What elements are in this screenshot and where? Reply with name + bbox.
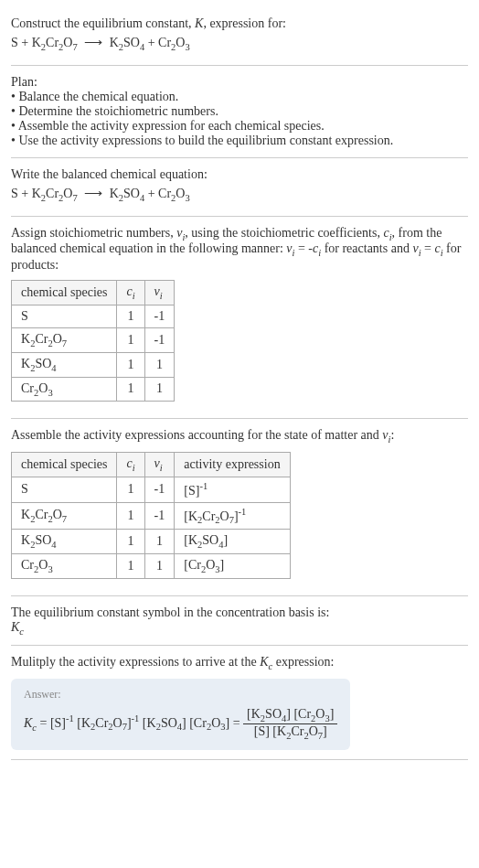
cell-species: K2Cr2O7 bbox=[12, 327, 117, 352]
cell-v: -1 bbox=[144, 502, 175, 529]
cell-v: 1 bbox=[144, 377, 175, 402]
col-c: ci bbox=[117, 453, 144, 477]
cell-species: K2Cr2O7 bbox=[12, 502, 117, 529]
table-header-row: chemical species ci νi bbox=[12, 281, 175, 305]
cell-expr: [K2SO4] bbox=[175, 530, 290, 554]
answer-label: Answer: bbox=[24, 688, 337, 702]
plan-title: Plan: bbox=[11, 75, 468, 90]
cell-v: 1 bbox=[144, 530, 175, 554]
cell-expr: [Cr2O3] bbox=[175, 553, 290, 578]
activity-text: Assemble the activity expressions accoun… bbox=[11, 428, 468, 445]
plan-item: • Use the activity expressions to build … bbox=[11, 134, 468, 148]
col-expr: activity expression bbox=[175, 453, 290, 477]
table-header-row: chemical species ci νi activity expressi… bbox=[12, 453, 291, 477]
fraction-numerator: [K2SO4] [Cr2O3] bbox=[243, 707, 337, 724]
cell-species: S bbox=[12, 305, 117, 327]
table-row: S 1 -1 [S]-1 bbox=[12, 477, 291, 502]
symbol-section: The equilibrium constant symbol in the c… bbox=[11, 596, 468, 647]
col-species: chemical species bbox=[12, 281, 117, 305]
table-row: Cr2O3 1 1 [Cr2O3] bbox=[12, 553, 291, 578]
symbol-text: The equilibrium constant symbol in the c… bbox=[11, 605, 468, 620]
cell-species: K2SO4 bbox=[12, 530, 117, 554]
plan-item: • Assemble the activity expression for e… bbox=[11, 119, 468, 134]
cell-c: 1 bbox=[117, 553, 144, 578]
table-row: K2SO4 1 1 bbox=[12, 352, 175, 377]
activity-table: chemical species ci νi activity expressi… bbox=[11, 452, 291, 579]
col-c: ci bbox=[117, 281, 144, 305]
plan-item: • Determine the stoichiometric numbers. bbox=[11, 104, 468, 119]
plan-section: Plan: • Balance the chemical equation. •… bbox=[11, 66, 468, 158]
cell-c: 1 bbox=[117, 352, 144, 377]
cell-c: 1 bbox=[117, 327, 144, 352]
cell-c: 1 bbox=[117, 530, 144, 554]
symbol-value: Kc bbox=[11, 620, 468, 637]
stoich-text: Assign stoichiometric numbers, νi, using… bbox=[11, 226, 468, 273]
stoich-table: chemical species ci νi S 1 -1 K2Cr2O7 1 … bbox=[11, 280, 175, 402]
multiply-section: Mulitply the activity expressions to arr… bbox=[11, 646, 468, 759]
cell-species: S bbox=[12, 477, 117, 502]
cell-c: 1 bbox=[117, 305, 144, 327]
table-row: K2Cr2O7 1 -1 bbox=[12, 327, 175, 352]
header-section: Construct the equilibrium constant, K, e… bbox=[11, 7, 468, 66]
cell-c: 1 bbox=[117, 502, 144, 529]
table-row: K2Cr2O7 1 -1 [K2Cr2O7]-1 bbox=[12, 502, 291, 529]
stoich-section: Assign stoichiometric numbers, νi, using… bbox=[11, 217, 468, 420]
cell-expr: [S]-1 bbox=[175, 477, 290, 502]
multiply-text: Mulitply the activity expressions to arr… bbox=[11, 655, 468, 671]
fraction-denominator: [S] [K2Cr2O7] bbox=[243, 724, 337, 741]
answer-box: Answer: Kc = [S]-1 [K2Cr2O7]-1 [K2SO4] [… bbox=[11, 679, 350, 750]
fraction: [K2SO4] [Cr2O3] [S] [K2Cr2O7] bbox=[243, 707, 337, 741]
plan-item: • Balance the chemical equation. bbox=[11, 90, 468, 104]
cell-v: -1 bbox=[144, 327, 175, 352]
table-row: K2SO4 1 1 [K2SO4] bbox=[12, 530, 291, 554]
cell-c: 1 bbox=[117, 477, 144, 502]
balanced-title: Write the balanced chemical equation: bbox=[11, 167, 468, 182]
col-v: νi bbox=[144, 281, 175, 305]
col-v: νi bbox=[144, 453, 175, 477]
cell-species: Cr2O3 bbox=[12, 377, 117, 402]
cell-c: 1 bbox=[117, 377, 144, 402]
cell-species: K2SO4 bbox=[12, 352, 117, 377]
balanced-section: Write the balanced chemical equation: S … bbox=[11, 158, 468, 217]
cell-v: -1 bbox=[144, 305, 175, 327]
header-equation: S + K2Cr2O7 ⟶ K2SO4 + Cr2O3 bbox=[11, 35, 468, 52]
cell-expr: [K2Cr2O7]-1 bbox=[175, 502, 290, 529]
prompt-text: Construct the equilibrium constant, K, e… bbox=[11, 16, 468, 31]
col-species: chemical species bbox=[12, 453, 117, 477]
activity-section: Assemble the activity expressions accoun… bbox=[11, 419, 468, 595]
answer-expression: Kc = [S]-1 [K2Cr2O7]-1 [K2SO4] [Cr2O3] =… bbox=[24, 707, 337, 741]
table-row: S 1 -1 bbox=[12, 305, 175, 327]
cell-v: 1 bbox=[144, 352, 175, 377]
cell-v: -1 bbox=[144, 477, 175, 502]
cell-v: 1 bbox=[144, 553, 175, 578]
cell-species: Cr2O3 bbox=[12, 553, 117, 578]
balanced-equation: S + K2Cr2O7 ⟶ K2SO4 + Cr2O3 bbox=[11, 186, 468, 203]
table-row: Cr2O3 1 1 bbox=[12, 377, 175, 402]
